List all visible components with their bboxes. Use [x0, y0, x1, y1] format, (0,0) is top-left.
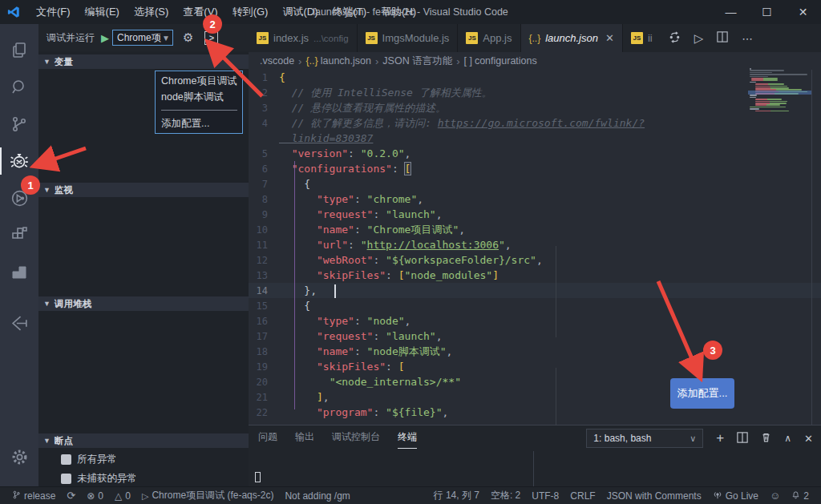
close-panel-icon[interactable]: ✕: [804, 433, 813, 445]
code-line[interactable]: 3 // 悬停以查看现有属性的描述。: [249, 100, 821, 115]
maximize-panel-icon[interactable]: ∧: [784, 433, 791, 444]
menu-s[interactable]: 选择(S): [127, 0, 176, 24]
section-variables[interactable]: ▼变量: [38, 54, 249, 69]
code-line[interactable]: 11 "url": "http://localhost:3006",: [249, 237, 821, 252]
blocks-extension-icon[interactable]: [0, 253, 38, 290]
checkbox-icon[interactable]: [61, 454, 71, 465]
code-line[interactable]: 5 "version": "0.2.0",: [249, 146, 821, 161]
search-icon[interactable]: [0, 69, 38, 106]
status-utf-8[interactable]: UTF-8: [526, 487, 564, 504]
section-breakpoints[interactable]: ▼断点: [38, 433, 249, 448]
code-line[interactable]: 9 "request": "launch",: [249, 207, 821, 222]
more-actions-icon[interactable]: ⋯: [742, 32, 753, 45]
status-json-with-comments[interactable]: JSON with Comments: [601, 487, 707, 504]
tab-app-js[interactable]: JSApp.js: [458, 24, 520, 52]
editor-actions: ▷⋯: [661, 24, 754, 52]
menu-g[interactable]: 转到(G): [225, 0, 276, 24]
broadcast-icon: [713, 490, 722, 502]
status-0[interactable]: △0: [109, 487, 136, 504]
section-watch[interactable]: ▼监视: [38, 183, 249, 197]
status-chrome-fe-aqs-2c-[interactable]: ▷Chrome项目调试 (fe-aqs-2c): [136, 487, 280, 504]
terminal-select[interactable]: 1: bash, bash ∨: [586, 429, 703, 448]
indent-guide: [556, 246, 556, 337]
status--14-7[interactable]: 行 14, 列 7: [428, 487, 485, 504]
terminal-split-divider[interactable]: [533, 451, 534, 486]
debug-settings-gear-icon[interactable]: ⚙: [183, 30, 193, 45]
tag-extension-icon[interactable]: [0, 304, 38, 341]
code-line[interactable]: linkid=830387: [249, 131, 821, 146]
code-line[interactable]: 6 "configurations": [: [249, 161, 821, 176]
code-line[interactable]: 22 "program": "${file}",: [249, 405, 821, 420]
code-editor[interactable]: 1{2 // 使用 IntelliSense 了解相关属性。3 // 悬停以查看…: [249, 70, 821, 425]
menu-item-chrome-debug[interactable]: Chrome项目调试: [156, 73, 242, 89]
code-line[interactable]: 2 // 使用 IntelliSense 了解相关属性。: [249, 85, 821, 100]
panel-tab[interactable]: 调试控制台: [332, 430, 380, 449]
status--2[interactable]: 空格: 2: [485, 487, 526, 504]
section-call-stack[interactable]: ▼调用堆栈: [38, 296, 249, 311]
breadcrumb-item[interactable]: JSON 语言功能: [382, 54, 452, 68]
breadcrumb-item[interactable]: launch.json: [321, 55, 371, 67]
tab-close-icon[interactable]: ✕: [605, 32, 614, 44]
status-0[interactable]: ⊗0: [81, 487, 109, 504]
manage-gear-icon[interactable]: [0, 438, 38, 475]
code-line[interactable]: 12 "webRoot": "${workspaceFolder}/src",: [249, 252, 821, 268]
code-line[interactable]: 20 "<node_internals>/**": [249, 374, 821, 389]
warning-icon: △: [115, 490, 122, 502]
code-line[interactable]: 8 "type": "chrome",: [249, 192, 821, 207]
kill-terminal-icon[interactable]: [761, 432, 771, 446]
code-line[interactable]: 13 "skipFiles": ["node_modules"]: [249, 268, 821, 283]
code-line[interactable]: 4 // 欲了解更多信息，请访问: https://go.microsoft.c…: [249, 115, 821, 131]
breadcrumb-item[interactable]: configurations: [475, 55, 537, 67]
new-terminal-icon[interactable]: +: [716, 430, 724, 446]
code-line[interactable]: 19 "skipFiles": [: [249, 359, 821, 374]
tab-ii[interactable]: JSii: [623, 24, 661, 52]
compare-changes-icon[interactable]: [669, 31, 681, 46]
panel-tab[interactable]: 输出: [295, 430, 314, 449]
code-line[interactable]: 1{: [249, 70, 821, 85]
start-debug-icon[interactable]: ▶: [101, 32, 109, 44]
run-debug-icon[interactable]: ▷: [694, 31, 704, 46]
source-control-icon[interactable]: [0, 106, 38, 143]
code-line[interactable]: 21 ],: [249, 389, 821, 405]
minimap[interactable]: [750, 68, 810, 196]
code-line[interactable]: 18 "name": "node脚本调试",: [249, 344, 821, 359]
debug-config-select[interactable]: Chrome项 ▼: [112, 30, 173, 46]
split-terminal-icon[interactable]: [737, 432, 748, 446]
close-icon[interactable]: ✕: [785, 0, 821, 24]
status-not-adding-gm[interactable]: Not adding /gm: [279, 487, 355, 504]
menu-f[interactable]: 文件(F): [29, 0, 78, 24]
tab-launch-json[interactable]: {..}launch.json✕: [521, 24, 623, 52]
menu-e[interactable]: 编辑(E): [78, 0, 127, 24]
indent-guide: [556, 368, 556, 425]
tab-index-js[interactable]: JSindex.js...\config: [249, 24, 358, 52]
breakpoint-all-exceptions[interactable]: 所有异常: [61, 451, 245, 467]
code-line[interactable]: 17 "request": "launch",: [249, 329, 821, 344]
status-2[interactable]: 2: [786, 487, 815, 504]
extensions-icon[interactable]: [0, 216, 38, 253]
status-crlf[interactable]: CRLF: [564, 487, 601, 504]
status-go-live[interactable]: Go Live: [707, 487, 764, 504]
tab-imgsmodule-js[interactable]: JSImgsModule.js: [358, 24, 459, 52]
panel-tab[interactable]: 终端: [398, 430, 417, 449]
breadcrumb-item[interactable]: .vscode: [260, 55, 294, 67]
status-smiley[interactable]: ☺: [764, 487, 786, 504]
menu-item-add-config[interactable]: 添加配置...: [156, 115, 242, 131]
explorer-icon[interactable]: [0, 32, 38, 69]
menu-item-node-debug[interactable]: node脚本调试: [156, 89, 242, 105]
run-and-debug-icon[interactable]: [0, 143, 38, 179]
panel-tab[interactable]: 问题: [258, 430, 277, 449]
code-line[interactable]: 7 {: [249, 176, 821, 192]
panel-controls: 1: bash, bash ∨ + ∧ ✕: [586, 429, 813, 448]
split-editor-icon[interactable]: [717, 31, 728, 45]
breakpoint-uncaught-exceptions[interactable]: 未捕获的异常: [61, 470, 245, 486]
add-configuration-button[interactable]: 添加配置...: [670, 378, 734, 409]
code-line[interactable]: 16 "type": "node",: [249, 313, 821, 329]
checkbox-icon[interactable]: [61, 474, 71, 484]
status-sync[interactable]: ⟳: [61, 487, 81, 504]
minimize-icon[interactable]: —: [713, 0, 749, 24]
status-bar: release⟳⊗0△0▷Chrome项目调试 (fe-aqs-2c)Not a…: [0, 486, 821, 504]
code-line[interactable]: 10 "name": "Chrome项目调试",: [249, 222, 821, 237]
status-release[interactable]: release: [6, 487, 61, 504]
maximize-icon[interactable]: ☐: [749, 0, 785, 24]
code-line[interactable]: 15 {: [249, 298, 821, 313]
